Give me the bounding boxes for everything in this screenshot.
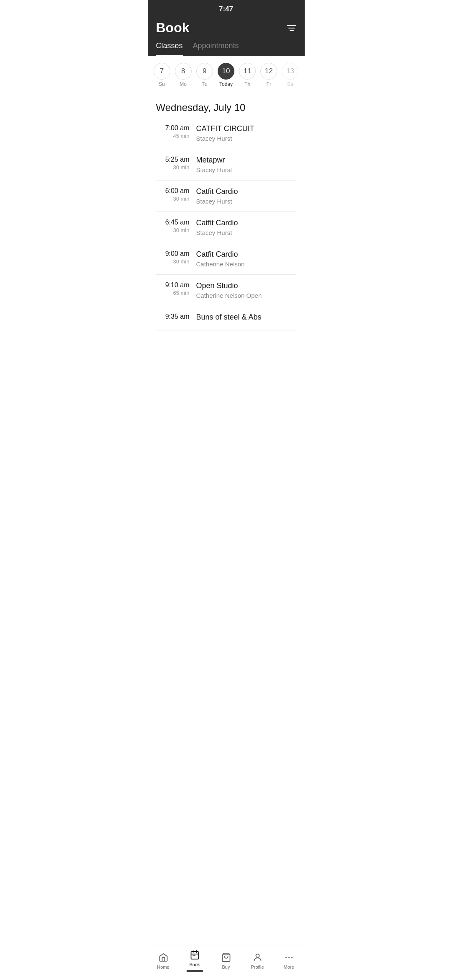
day-label-10: Today	[219, 81, 233, 87]
day-number-8: 8	[175, 63, 192, 80]
class-time-5: 9:10 am 65 min	[156, 281, 190, 296]
calendar-day-11[interactable]: 11 Th	[238, 63, 257, 87]
class-time-0: 7:00 am 45 min	[156, 124, 190, 139]
header: Book	[148, 17, 305, 36]
date-heading: Wednesday, July 10	[148, 94, 305, 118]
class-time-4: 9:00 am 30 min	[156, 250, 190, 265]
day-number-7: 7	[154, 63, 170, 80]
day-label-11: Th	[244, 81, 250, 87]
day-number-13: 13	[282, 63, 298, 80]
class-info-1: Metapwr Stacey Hurst	[196, 156, 296, 173]
day-label-7: Su	[159, 81, 165, 87]
class-info-5: Open Studio Catherine Nelson Open	[196, 281, 296, 299]
class-time-3: 6:45 am 30 min	[156, 219, 190, 233]
day-label-12: Fr	[267, 81, 271, 87]
tabs-bar: Classes Appointments	[148, 36, 305, 56]
class-time-1: 5:25 am 30 min	[156, 156, 190, 170]
class-list: 7:00 am 45 min CATFIT CIRCUIT Stacey Hur…	[148, 118, 305, 330]
tab-classes[interactable]: Classes	[156, 41, 183, 56]
class-time-2: 6:00 am 30 min	[156, 187, 190, 202]
calendar-days: 7 Su 8 Mo 9 Tu 10 Today 11 Th	[153, 63, 300, 87]
class-item-2[interactable]: 6:00 am 30 min Catfit Cardio Stacey Hurs…	[156, 181, 296, 212]
calendar-day-7[interactable]: 7 Su	[153, 63, 171, 87]
day-label-8: Mo	[180, 81, 187, 87]
class-info-3: Catfit Cardio Stacey Hurst	[196, 219, 296, 236]
day-number-11: 11	[239, 63, 256, 80]
class-item-4[interactable]: 9:00 am 30 min Catfit Cardio Catherine N…	[156, 243, 296, 275]
calendar-section: 7 Su 8 Mo 9 Tu 10 Today 11 Th	[148, 56, 305, 94]
calendar-day-12[interactable]: 12 Fr	[259, 63, 278, 87]
day-label-9: Tu	[202, 81, 208, 87]
class-item-1[interactable]: 5:25 am 30 min Metapwr Stacey Hurst	[156, 149, 296, 181]
status-time: 7:47	[219, 5, 233, 13]
class-item-5[interactable]: 9:10 am 65 min Open Studio Catherine Nel…	[156, 275, 296, 306]
class-item-6[interactable]: 9:35 am Buns of steel & Abs	[156, 306, 296, 330]
class-item-3[interactable]: 6:45 am 30 min Catfit Cardio Stacey Hurs…	[156, 212, 296, 243]
class-info-0: CATFIT CIRCUIT Stacey Hurst	[196, 124, 296, 142]
class-info-2: Catfit Cardio Stacey Hurst	[196, 187, 296, 205]
tab-appointments[interactable]: Appointments	[193, 41, 239, 56]
class-time-6: 9:35 am	[156, 313, 190, 321]
day-number-10: 10	[218, 63, 234, 80]
day-number-9: 9	[196, 63, 213, 80]
calendar-day-13[interactable]: 13 Sa	[281, 63, 299, 87]
calendar-day-10[interactable]: 10 Today	[217, 63, 235, 87]
day-number-12: 12	[260, 63, 277, 80]
filter-line-1	[287, 25, 296, 26]
class-info-4: Catfit Cardio Catherine Nelson	[196, 250, 296, 268]
calendar-day-9[interactable]: 9 Tu	[195, 63, 214, 87]
filter-line-2	[288, 28, 295, 28]
status-bar: 7:47	[148, 0, 305, 17]
scroll-content: 7 Su 8 Mo 9 Tu 10 Today 11 Th	[148, 56, 305, 364]
filter-line-3	[290, 30, 294, 31]
filter-icon[interactable]	[287, 25, 296, 31]
day-label-13: Sa	[287, 81, 293, 87]
calendar-day-8[interactable]: 8 Mo	[174, 63, 193, 87]
class-item-0[interactable]: 7:00 am 45 min CATFIT CIRCUIT Stacey Hur…	[156, 118, 296, 149]
page-title: Book	[156, 20, 190, 36]
class-info-6: Buns of steel & Abs	[196, 313, 296, 323]
